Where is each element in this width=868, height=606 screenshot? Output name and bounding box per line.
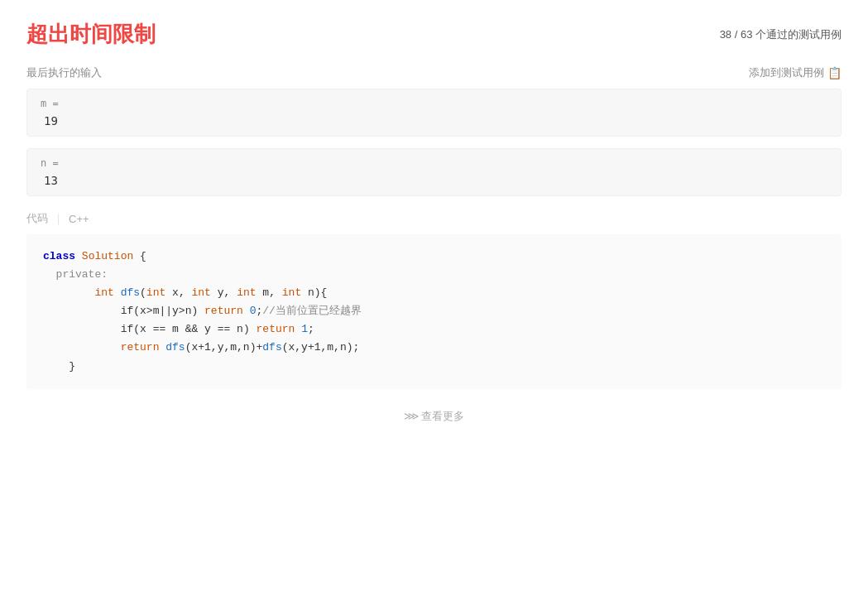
code-line-5: if(x>m||y>n) return 0;//当前位置已经越界 [43,302,825,320]
var-n-label: n = [41,157,827,169]
code-line-3: int dfs(int x, int y, int m, int n){ [43,284,825,302]
page-title: 超出时间限制 [26,20,156,49]
code-line-1: class Solution { [43,248,825,266]
code-block: class Solution { private: int dfs(int x,… [26,234,842,389]
var-m-value: 19 [41,114,827,127]
input-box-m: m = 19 [26,89,842,137]
code-line-2: private: [43,266,825,284]
export-icon: 📋 [827,66,842,79]
last-input-label: 最后执行的输入 [26,65,102,80]
var-m-label: m = [41,98,827,109]
code-lang: C++ [69,213,89,225]
separator: ｜ [53,211,64,226]
var-n-value: 13 [41,174,827,187]
code-line-8: } [43,358,825,376]
code-line-7: return dfs(x+1,y,m,n)+dfs(x,y+1,m,n); [43,339,825,357]
header-row: 超出时间限制 38 / 63 个通过的测试用例 [26,20,842,49]
input-section-header: 最后执行的输入 添加到测试用例 📋 [26,65,842,80]
view-more-button[interactable]: ⋙ 查看更多 [26,402,842,430]
code-label: 代码 [26,211,48,226]
add-to-test-label: 添加到测试用例 [749,65,824,80]
input-box-n: n = 13 [26,148,842,196]
add-to-test-button[interactable]: 添加到测试用例 📋 [749,65,842,80]
code-line-6: if(x == m && y == n) return 1; [43,320,825,339]
code-section-label: 代码 ｜ C++ [26,211,842,226]
test-count: 38 / 63 个通过的测试用例 [720,27,842,42]
